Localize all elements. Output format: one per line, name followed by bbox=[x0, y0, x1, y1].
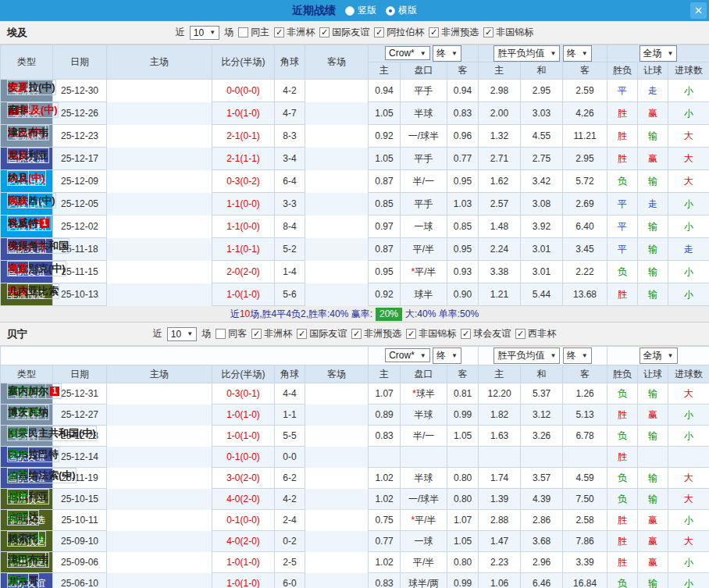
score-cell: 2-1(0-1) bbox=[212, 125, 275, 148]
avg-odds-select[interactable]: 胜平负均值▼ bbox=[493, 45, 560, 62]
checkbox-checked-icon: ✓ bbox=[483, 27, 493, 37]
avg-away-cell: 11.21 bbox=[563, 125, 607, 148]
filter-checkbox[interactable]: ✓球会友谊 bbox=[461, 327, 511, 340]
goals-result-cell: 走 bbox=[668, 238, 709, 261]
goals-result-cell: 小 bbox=[668, 216, 709, 238]
filter-checkbox[interactable]: ✓国际友谊 bbox=[297, 327, 347, 340]
score-cell: 1-0(1-0) bbox=[212, 404, 275, 426]
handicap-result-cell: 赢 bbox=[638, 552, 668, 573]
chevron-down-icon: ▼ bbox=[420, 352, 426, 359]
avg-draw-cell: 2.95 bbox=[521, 80, 563, 102]
col-type: 类型 bbox=[1, 45, 53, 80]
scope-select[interactable]: 全场▼ bbox=[640, 45, 678, 62]
handicap-result-cell: 输 bbox=[638, 573, 668, 588]
score-cell: 1-0(1-0) bbox=[212, 102, 275, 125]
handicap-result-cell: 输 bbox=[638, 489, 668, 510]
filter-checkbox[interactable]: ✓非国锦标 bbox=[483, 26, 533, 39]
date-cell: 25-12-09 bbox=[53, 170, 107, 193]
checkbox-checked-icon: ✓ bbox=[319, 27, 330, 37]
match-row: 非洲杯25-12-31贝宁(中)0-3(0-1)4-4塞内加尔11.07*球半0… bbox=[1, 383, 709, 404]
col-score: 比分(半场) bbox=[212, 365, 275, 383]
scope-select[interactable]: 全场▼ bbox=[640, 347, 678, 364]
recent-count-select[interactable]: 10▼ bbox=[167, 327, 197, 341]
handicap-cell: 半球 bbox=[401, 404, 447, 426]
odds-time-select[interactable]: 终▼ bbox=[433, 347, 461, 364]
summary-text: 近 bbox=[230, 308, 240, 321]
match-row: 非洲杯25-12-23刚果民主共和国(中)1-0(1-0)5-5贝宁0.83半/… bbox=[1, 426, 709, 447]
avg-draw-cell: 5.44 bbox=[521, 283, 563, 306]
match-row: 阿拉伯杯25-12-05阿联酋(中)1-1(0-0)3-3埃及0.85平手1.0… bbox=[1, 193, 709, 216]
close-icon[interactable]: ✕ bbox=[690, 2, 707, 19]
radio-horizontal-layout[interactable]: 横版 bbox=[386, 4, 417, 17]
checkbox-checked-icon: ✓ bbox=[515, 329, 526, 339]
odds-home-cell: 1.05 bbox=[369, 102, 401, 125]
away-team-cell: 博茨瓦纳 bbox=[7, 404, 49, 420]
egypt-filters: 近10▼场同主✓非洲杯✓国际友谊✓阿拉伯杯✓非洲预选✓非国锦标 bbox=[176, 26, 533, 40]
bookmaker-select[interactable]: Crow*▼ bbox=[385, 348, 430, 362]
filter-checkbox[interactable]: ✓国际友谊 bbox=[319, 26, 369, 39]
chevron-down-icon: ▼ bbox=[668, 50, 674, 57]
filter-checkbox[interactable]: ✓非洲预选 bbox=[429, 26, 479, 39]
handicap-result-cell: 走 bbox=[638, 80, 668, 102]
filter-checkbox[interactable]: ✓非洲预选 bbox=[351, 327, 401, 340]
avg-time-select[interactable]: 终▼ bbox=[563, 347, 592, 364]
avg-draw-cell: 3.01 bbox=[521, 261, 563, 283]
avg-home-cell: 2.23 bbox=[479, 552, 521, 573]
avg-home-cell: 2.00 bbox=[479, 102, 521, 125]
checkbox-checked-icon: ✓ bbox=[274, 27, 284, 37]
col-home: 主场 bbox=[107, 45, 212, 80]
wdl-result-cell: 胜 bbox=[607, 404, 638, 426]
corner-cell: 6-0 bbox=[275, 573, 305, 588]
wdl-result-cell: 平 bbox=[607, 80, 638, 102]
red-card-badge: 1 bbox=[50, 387, 59, 396]
radio-vertical-layout[interactable]: 竖版 bbox=[345, 4, 376, 17]
odds-away-cell: 0.90 bbox=[447, 283, 479, 306]
score-cell: 4-0(2-0) bbox=[212, 531, 275, 552]
corner-cell: 3-4 bbox=[275, 148, 305, 170]
handicap-cell: 球半 bbox=[401, 283, 447, 306]
wdl-result-cell: 胜 bbox=[607, 283, 638, 306]
avg-time-select[interactable]: 终▼ bbox=[563, 45, 592, 62]
filter-checkbox[interactable]: ✓非国锦标 bbox=[406, 327, 456, 340]
recent-record-panel: 近期战绩 竖版 横版 ✕ 埃及 近10▼场同主✓非洲杯✓国际友谊✓阿拉伯杯✓非洲… bbox=[0, 0, 709, 588]
filter-checkbox[interactable]: 同客 bbox=[216, 327, 247, 340]
handicap-result-cell: 输 bbox=[638, 468, 668, 489]
col-away: 客场 bbox=[305, 365, 369, 383]
wdl-result-cell: 负 bbox=[607, 426, 638, 447]
odds-time-select[interactable]: 终▼ bbox=[433, 45, 461, 62]
corner-cell: 4-4 bbox=[275, 383, 305, 404]
handicap-cell: 平手 bbox=[401, 193, 447, 216]
avg-dd-cell: 胜平负均值▼ 终▼ bbox=[479, 347, 607, 365]
odds-home-cell: 0.94 bbox=[369, 80, 401, 102]
filter-checkbox[interactable]: ✓阿拉伯杯 bbox=[374, 26, 424, 39]
corner-cell: 8-3 bbox=[275, 125, 305, 148]
filter-checkbox[interactable]: ✓西非杯 bbox=[515, 327, 556, 340]
filter-checkbox[interactable]: ✓非洲杯 bbox=[274, 26, 315, 39]
goals-result-cell: 小 bbox=[668, 552, 709, 573]
match-row: 非洲预选25-10-11卢旺达0-1(0-0)2-4贝宁0.75*平/半1.07… bbox=[1, 510, 709, 531]
handicap-result-cell: 输 bbox=[638, 238, 668, 261]
avg-away-cell: 13.68 bbox=[563, 283, 607, 306]
match-row: 非洲杯25-12-261埃及(中)1-0(1-0)4-7南非1.05半球0.83… bbox=[1, 102, 709, 125]
benin-filters: 近10▼场同客✓非洲杯✓国际友谊✓非洲预选✓非国锦标✓球会友谊✓西非杯 bbox=[153, 327, 556, 341]
red-card-badge: 1 bbox=[40, 219, 49, 228]
avg-draw-cell: 2.86 bbox=[521, 510, 563, 531]
date-cell: 25-10-11 bbox=[53, 510, 107, 531]
avg-home-cell: 12.20 bbox=[479, 383, 521, 404]
filter-checkbox[interactable]: ✓非洲杯 bbox=[251, 327, 292, 340]
avg-draw-cell: 4.55 bbox=[521, 125, 563, 148]
odds-home-cell: 0.83 bbox=[369, 426, 401, 447]
away-team-cell: 科威特1 bbox=[7, 216, 52, 231]
avg-home-cell: 1.74 bbox=[479, 468, 521, 489]
goals-result-cell: 大 bbox=[668, 383, 709, 404]
avg-away-cell: 4.26 bbox=[563, 102, 607, 125]
odds-away-cell: 1.03 bbox=[447, 193, 479, 216]
bookmaker-select[interactable]: Crow*▼ bbox=[385, 46, 430, 60]
recent-count-select[interactable]: 10▼ bbox=[190, 26, 219, 40]
avg-odds-select[interactable]: 胜平负均值▼ bbox=[493, 347, 560, 364]
games-label: 场 bbox=[224, 26, 233, 39]
filter-checkbox[interactable]: 同主 bbox=[238, 26, 269, 39]
score-cell: 1-0(1-0) bbox=[212, 573, 275, 588]
handicap-cell: 半/一 bbox=[401, 426, 447, 447]
away-team-cell: 埃及 bbox=[7, 261, 29, 276]
